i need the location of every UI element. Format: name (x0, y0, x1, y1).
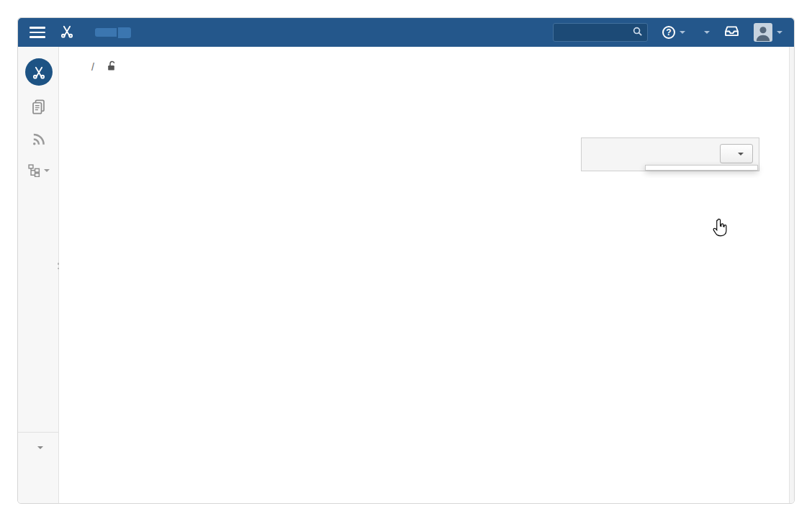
breadcrumb: / (86, 60, 117, 73)
avatar (754, 23, 772, 42)
top-navigation-bar: ? (18, 18, 794, 47)
confluence-logo[interactable] (60, 24, 76, 41)
blog-feed-icon[interactable] (18, 131, 59, 147)
page-content: / (59, 47, 794, 503)
page-tree-icon[interactable] (18, 163, 59, 177)
scissors-logo-icon (60, 24, 74, 41)
search-box[interactable] (553, 23, 648, 42)
panel-gear-button[interactable] (720, 144, 753, 163)
search-input[interactable] (558, 27, 632, 38)
pages-icon[interactable] (18, 99, 59, 115)
pivot-table-wrap (86, 137, 573, 492)
sidebar-divider (18, 432, 58, 433)
more-actions-button[interactable] (118, 27, 131, 38)
scrollbar[interactable] (789, 47, 794, 503)
space-sidebar (18, 47, 59, 503)
search-icon (632, 26, 643, 40)
space-tools-menu[interactable] (18, 441, 59, 449)
help-icon: ? (662, 26, 675, 39)
tray-icon (724, 25, 739, 40)
help-menu[interactable]: ? (662, 26, 685, 39)
cursor-pointer-icon (711, 218, 728, 240)
hamburger-menu-icon[interactable] (30, 24, 45, 41)
unlock-icon (107, 60, 117, 73)
space-logo[interactable] (18, 58, 59, 86)
app-window: ? (17, 17, 795, 504)
export-dropdown-menu (645, 165, 758, 171)
user-menu[interactable] (754, 23, 782, 42)
create-button[interactable] (95, 28, 117, 37)
settings-menu[interactable] (700, 31, 710, 34)
notifications-tray[interactable] (724, 25, 739, 40)
